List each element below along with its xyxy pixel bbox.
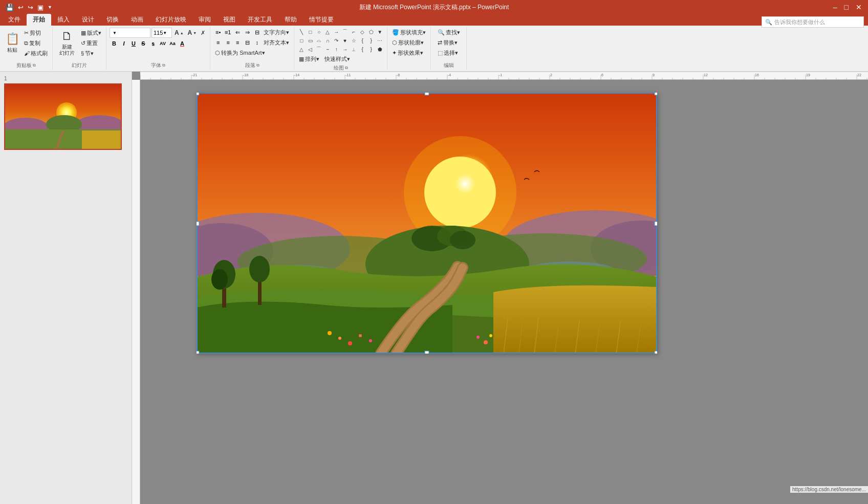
font-name-selector[interactable]: ▼ <box>110 28 150 38</box>
convert-smartart-button[interactable]: ⬡ 转换为 SmartArt▾ <box>213 48 266 57</box>
shape-effects-button[interactable]: ✦ 形状效果▾ <box>390 48 425 57</box>
section-button[interactable]: §节▾ <box>79 49 103 58</box>
align-left-button[interactable]: ≡ <box>213 38 223 47</box>
minimize-button[interactable]: – <box>831 2 839 12</box>
cut-button[interactable]: ✂剪切 <box>23 28 49 37</box>
underline-button[interactable]: U <box>129 39 138 48</box>
font-size-selector[interactable]: 115 ▼ <box>151 28 172 38</box>
paragraph-expand-icon[interactable]: ⧉ <box>256 63 259 68</box>
shape-bracket-btn[interactable]: { <box>358 36 366 45</box>
align-center-button[interactable]: ≡ <box>223 38 232 47</box>
tab-storyboard[interactable]: 情节提要 <box>303 14 340 26</box>
shape-r2-9-btn[interactable]: } <box>367 45 375 53</box>
tab-help[interactable]: 帮助 <box>278 14 303 26</box>
increase-font-button[interactable]: A▲ <box>173 28 185 37</box>
shape-fill-button[interactable]: 🪣 形状填充▾ <box>390 28 427 37</box>
slide-canvas[interactable] <box>140 80 868 504</box>
tab-home[interactable]: 开始 <box>27 14 51 26</box>
tab-developer[interactable]: 开发工具 <box>242 14 278 26</box>
quick-styles-button[interactable]: 快速样式▾ <box>323 54 352 63</box>
shape-outline-button[interactable]: ⬡ 形状轮廓▾ <box>390 38 425 47</box>
find-button[interactable]: 🔍 查找▾ <box>436 28 462 37</box>
columns-button[interactable]: ⊟ <box>252 28 262 37</box>
paste-button[interactable]: 📋 粘贴 <box>3 28 21 58</box>
shape-misc-btn[interactable]: ⋯ <box>376 36 384 45</box>
tab-review[interactable]: 审阅 <box>192 14 217 26</box>
undo-button[interactable]: ↩ <box>16 3 25 12</box>
text-direction-button[interactable]: 文字方向▾ <box>262 28 291 37</box>
layout-button[interactable]: ▦版式▾ <box>79 28 103 37</box>
bold-button[interactable]: B <box>110 39 119 48</box>
strikethrough-button[interactable]: S <box>139 39 148 48</box>
bullets-button[interactable]: ≡• <box>213 28 223 37</box>
shape-curve-btn[interactable]: ⌒ <box>341 28 349 36</box>
shape-callout-btn[interactable]: □ <box>297 36 306 45</box>
shape-pentagon-btn[interactable]: ⬠ <box>367 28 375 36</box>
char-spacing-button[interactable]: AV <box>158 39 167 48</box>
shadow-button[interactable]: s <box>148 39 158 48</box>
numbering-button[interactable]: ≡1 <box>223 28 232 37</box>
redo-button[interactable]: ↪ <box>26 3 35 12</box>
tab-file[interactable]: 文件 <box>2 14 27 26</box>
shape-circle-btn[interactable]: ○ <box>315 28 323 36</box>
shape-r2-7-btn[interactable]: ⟂ <box>350 45 358 53</box>
font-color-button[interactable]: A <box>178 39 187 48</box>
line-spacing-button[interactable]: ↕ <box>252 38 262 47</box>
search-bar[interactable]: 🔍 告诉我你想要做什么 <box>762 16 864 28</box>
shape-triangle-btn[interactable]: △ <box>323 28 332 36</box>
maximize-button[interactable]: □ <box>842 2 851 12</box>
shape-round-rect-btn[interactable]: ▭ <box>306 36 314 45</box>
format-painter-button[interactable]: 🖌格式刷 <box>23 49 49 58</box>
shape-heart-btn[interactable]: ♥ <box>341 36 349 45</box>
align-right-button[interactable]: ≡ <box>233 38 242 47</box>
copy-button[interactable]: ⧉复制 <box>23 38 49 48</box>
decrease-indent-button[interactable]: ⇐ <box>233 28 242 37</box>
decrease-font-button[interactable]: A▼ <box>186 28 199 37</box>
customize-toolbar-button[interactable]: ▼ <box>46 4 54 11</box>
shape-arc-btn[interactable]: ∩ <box>323 36 332 45</box>
shape-r2-5-btn[interactable]: ↑ <box>332 45 340 53</box>
align-text-button[interactable]: 对齐文本▾ <box>262 38 291 47</box>
tab-slideshow[interactable]: 幻灯片放映 <box>149 14 192 26</box>
tab-transitions[interactable]: 切换 <box>100 14 125 26</box>
change-case-button[interactable]: Aa <box>168 39 177 48</box>
shape-brace-btn[interactable]: } <box>367 36 375 45</box>
replace-button[interactable]: ⇄ 替换▾ <box>436 38 459 47</box>
select-button[interactable]: ⬚ 选择▾ <box>436 48 460 57</box>
drawing-expand-icon[interactable]: ⧉ <box>345 65 348 71</box>
shape-bent-arrow-btn[interactable]: ↷ <box>332 36 340 45</box>
shape-freeform-btn[interactable]: ⌓ <box>315 36 323 45</box>
tab-insert[interactable]: 插入 <box>51 14 76 26</box>
shape-r2-2-btn[interactable]: ◁ <box>306 45 314 53</box>
clear-format-button[interactable]: ✗ <box>199 28 207 37</box>
shape-r2-3-btn[interactable]: ⌒ <box>315 45 323 53</box>
close-button[interactable]: ✕ <box>854 2 864 12</box>
shape-arrow-btn[interactable]: → <box>332 28 340 36</box>
slide-page[interactable] <box>197 93 657 354</box>
shape-star-btn[interactable]: ☆ <box>350 36 358 45</box>
italic-button[interactable]: I <box>119 39 128 48</box>
new-slide-button[interactable]: 🗋 新建幻灯片 <box>56 28 78 58</box>
tab-design[interactable]: 设计 <box>76 14 100 26</box>
arrange-button[interactable]: ▦排列▾ <box>297 54 321 63</box>
clipboard-expand-icon[interactable]: ⧉ <box>33 63 36 68</box>
save-button[interactable]: 💾 <box>4 3 15 12</box>
font-expand-icon[interactable]: ⧉ <box>162 63 165 68</box>
tab-view[interactable]: 视图 <box>217 14 242 26</box>
shape-diamond-btn[interactable]: ◇ <box>358 28 366 36</box>
shape-r2-10-btn[interactable]: ⬟ <box>376 45 384 53</box>
shape-more-btn[interactable]: ▼ <box>376 28 384 36</box>
increase-indent-button[interactable]: ⇒ <box>243 28 252 37</box>
reset-button[interactable]: ↺重置 <box>79 38 103 48</box>
shape-connector-btn[interactable]: ⌐ <box>350 28 358 36</box>
shape-r2-4-btn[interactable]: ⌣ <box>323 45 332 53</box>
presentation-mode-button[interactable]: ▣ <box>36 3 45 12</box>
shape-rect-btn[interactable]: □ <box>306 28 314 36</box>
shape-r2-8-btn[interactable]: { <box>358 45 366 53</box>
shape-line-btn[interactable]: ╲ <box>297 28 306 36</box>
tab-animations[interactable]: 动画 <box>125 14 149 26</box>
justify-button[interactable]: ⊟ <box>243 38 252 47</box>
slide-thumbnail-1[interactable] <box>4 83 122 150</box>
shape-r2-6-btn[interactable]: → <box>341 45 349 53</box>
shape-r2-1-btn[interactable]: △ <box>297 45 306 53</box>
